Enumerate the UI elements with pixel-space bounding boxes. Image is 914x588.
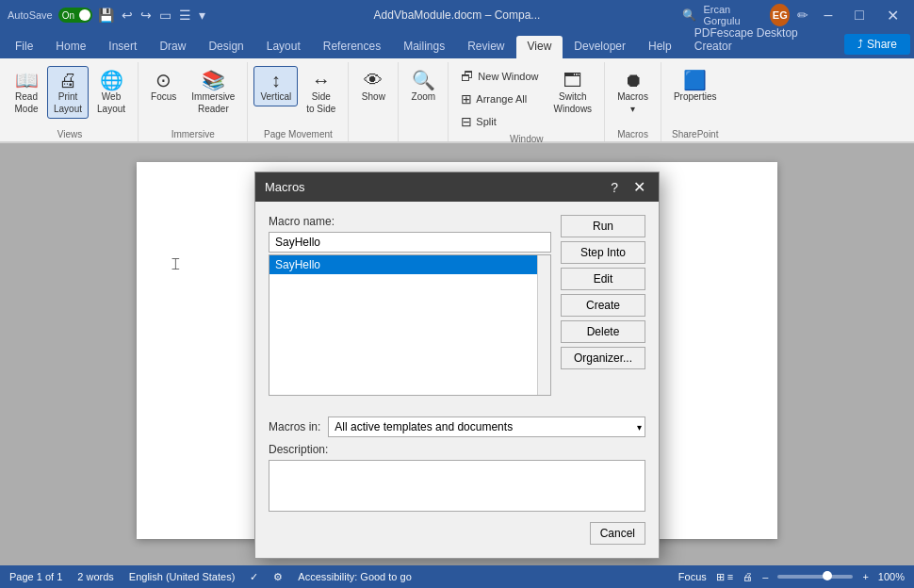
tab-design[interactable]: Design bbox=[197, 36, 254, 58]
print-layout-button[interactable]: 🖨 Print Layout bbox=[47, 66, 89, 119]
restore-button[interactable]: □ bbox=[847, 3, 872, 27]
dialog-help-button[interactable]: ? bbox=[607, 180, 622, 195]
zoom-out-button[interactable]: – bbox=[762, 571, 768, 582]
side-to-side-icon: ↔ bbox=[312, 71, 331, 90]
share-button[interactable]: ⤴ Share bbox=[844, 34, 910, 55]
macros-in-select-wrapper: All active templates and documents ▾ bbox=[328, 416, 645, 437]
dialog-overlay: Macros ? ✕ Macro name: SayHello bbox=[0, 143, 914, 565]
tab-view[interactable]: View bbox=[516, 36, 563, 58]
check-icon: ✓ bbox=[250, 571, 258, 583]
tab-mailings[interactable]: Mailings bbox=[392, 36, 456, 58]
tab-home[interactable]: Home bbox=[44, 36, 97, 58]
macros-dialog: Macros ? ✕ Macro name: SayHello bbox=[254, 172, 660, 559]
description-textarea[interactable] bbox=[269, 460, 645, 512]
ribbon-group-page-movement: ↕ Vertical ↔ Side to Side Page Movement bbox=[250, 62, 349, 141]
description-label: Description: bbox=[269, 443, 645, 456]
customize-icon[interactable]: ▾ bbox=[199, 8, 205, 23]
immersive-buttons: ⊙ Focus 📚 Immersive Reader bbox=[144, 62, 241, 129]
title-text: AddVbaModule.docm – Compa... bbox=[374, 8, 541, 22]
properties-button[interactable]: 🟦 Properties bbox=[667, 66, 724, 106]
macros-in-select[interactable]: All active templates and documents bbox=[328, 416, 645, 437]
tab-layout[interactable]: Layout bbox=[255, 36, 312, 58]
macros-group-label: Macros bbox=[611, 129, 655, 141]
focus-button[interactable]: ⊙ Focus bbox=[144, 66, 183, 106]
create-button[interactable]: Create bbox=[561, 294, 645, 317]
edit-button[interactable]: Edit bbox=[561, 268, 645, 290]
list-scrollbar[interactable] bbox=[537, 255, 550, 395]
undo-icon[interactable]: ↩ bbox=[122, 8, 133, 23]
run-button[interactable]: Run bbox=[561, 215, 645, 237]
language: English (United States) bbox=[129, 571, 236, 582]
save-icon[interactable]: 💾 bbox=[98, 8, 114, 23]
arrange-all-button[interactable]: ⊞ Arrange All bbox=[454, 89, 545, 109]
macros-in-row: Macros in: All active templates and docu… bbox=[269, 416, 645, 437]
tab-developer[interactable]: Developer bbox=[563, 36, 637, 58]
zoom-group-label bbox=[404, 139, 442, 141]
switch-windows-button[interactable]: 🗔 Switch Windows bbox=[547, 66, 599, 119]
bullets-icon[interactable]: ☰ bbox=[179, 8, 191, 23]
show-button[interactable]: 👁 Show bbox=[354, 66, 392, 106]
split-button[interactable]: ⊟ Split bbox=[454, 111, 545, 132]
organizer-button[interactable]: Organizer... bbox=[561, 347, 645, 369]
window-col-1: 🗗 New Window ⊞ Arrange All ⊟ Split bbox=[454, 66, 545, 132]
read-mode-button[interactable]: 📖 Read Mode bbox=[8, 66, 45, 119]
step-into-button[interactable]: Step Into bbox=[561, 241, 645, 264]
window-title: AddVbaModule.docm – Compa... bbox=[233, 8, 682, 22]
zoom-slider-thumb bbox=[823, 571, 832, 580]
macro-list[interactable]: SayHello bbox=[269, 254, 551, 396]
vertical-button[interactable]: ↕ Vertical bbox=[253, 66, 298, 106]
macros-button[interactable]: ⏺ Macros ▾ bbox=[611, 66, 655, 119]
close-button[interactable]: ✕ bbox=[879, 3, 906, 28]
macro-list-item[interactable]: SayHello bbox=[269, 255, 550, 274]
macros-buttons: ⏺ Macros ▾ bbox=[611, 62, 655, 129]
tab-references[interactable]: References bbox=[312, 36, 392, 58]
side-to-side-button[interactable]: ↔ Side to Side bbox=[300, 66, 342, 119]
tab-insert[interactable]: Insert bbox=[97, 36, 148, 58]
ribbon-group-zoom: 🔍 Zoom bbox=[400, 62, 449, 141]
pen-icon[interactable]: ✏ bbox=[797, 8, 808, 23]
layout-icon[interactable]: ▭ bbox=[159, 8, 171, 23]
immersive-reader-button[interactable]: 📚 Immersive Reader bbox=[185, 66, 241, 119]
macros-icon: ⏺ bbox=[624, 71, 643, 90]
sharepoint-buttons: 🟦 Properties bbox=[667, 62, 724, 129]
tab-pdfescape[interactable]: PDFescape Desktop Creator bbox=[683, 23, 844, 58]
switch-windows-icon: 🗔 bbox=[563, 71, 582, 90]
print-layout-icon: 🖨 bbox=[58, 71, 77, 90]
ribbon-group-show: 👁 Show bbox=[351, 62, 399, 141]
page-movement-group-label: Page Movement bbox=[253, 129, 342, 141]
tab-draw[interactable]: Draw bbox=[148, 36, 197, 58]
read-mode-icon: 📖 bbox=[15, 71, 39, 90]
zoom-level: 100% bbox=[878, 571, 905, 582]
autosave-toggle[interactable]: On bbox=[58, 8, 92, 23]
cancel-button[interactable]: Cancel bbox=[590, 522, 645, 545]
settings-icon[interactable]: ⚙ bbox=[273, 571, 283, 583]
zoom-slider[interactable] bbox=[777, 575, 853, 579]
print-icon[interactable]: 🖨 bbox=[743, 571, 753, 582]
window-buttons: 🗗 New Window ⊞ Arrange All ⊟ Split 🗔 Swi… bbox=[454, 62, 598, 134]
search-icon[interactable]: 🔍 bbox=[682, 8, 696, 22]
dialog-title-right: ? ✕ bbox=[607, 178, 649, 196]
ribbon-group-sharepoint: 🟦 Properties SharePoint bbox=[663, 62, 729, 141]
word-count: 2 words bbox=[77, 571, 114, 582]
immersive-reader-icon: 📚 bbox=[202, 71, 225, 90]
delete-button[interactable]: Delete bbox=[561, 320, 645, 343]
dialog-right-panel: Run Step Into Edit Create Delete Organiz… bbox=[561, 215, 645, 396]
new-window-button[interactable]: 🗗 New Window bbox=[454, 66, 545, 87]
zoom-in-button[interactable]: + bbox=[862, 571, 868, 582]
redo-icon[interactable]: ↪ bbox=[140, 8, 152, 23]
web-layout-button[interactable]: 🌐 Web Layout bbox=[90, 66, 132, 119]
tab-review[interactable]: Review bbox=[456, 36, 515, 58]
tab-help[interactable]: Help bbox=[637, 36, 683, 58]
tab-file[interactable]: File bbox=[4, 36, 44, 58]
focus-icon: ⊙ bbox=[155, 71, 171, 90]
ribbon-group-immersive: ⊙ Focus 📚 Immersive Reader Immersive bbox=[140, 62, 248, 141]
autosave-state: On bbox=[62, 10, 74, 21]
macro-name-input[interactable] bbox=[269, 232, 551, 253]
zoom-button[interactable]: 🔍 Zoom bbox=[404, 66, 442, 106]
ribbon-group-window: 🗗 New Window ⊞ Arrange All ⊟ Split 🗔 Swi… bbox=[450, 62, 605, 141]
zoom-icon: 🔍 bbox=[412, 71, 435, 90]
show-group-label bbox=[354, 139, 392, 141]
focus-label[interactable]: Focus bbox=[678, 571, 707, 582]
dialog-close-button[interactable]: ✕ bbox=[629, 178, 649, 196]
views-group-label: Views bbox=[8, 129, 132, 141]
